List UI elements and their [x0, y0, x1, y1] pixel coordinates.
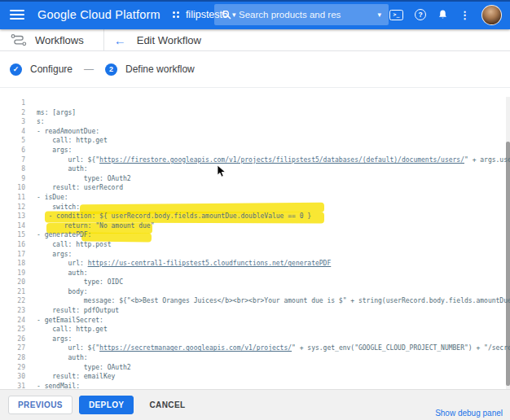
line-number: 1	[0, 98, 25, 108]
line-number: 26	[0, 335, 25, 344]
code-line[interactable]: 3s:	[0, 117, 510, 127]
step-separator: —	[84, 63, 94, 75]
back-arrow-icon[interactable]: ←	[114, 34, 126, 46]
line-number: 21	[0, 287, 25, 297]
code-text: - getEmailSecret:	[25, 316, 103, 326]
cloud-shell-icon[interactable]: >_	[389, 10, 403, 20]
line-number: 17	[0, 250, 25, 260]
code-line[interactable]: 31- sendMail:	[0, 382, 510, 389]
code-editor[interactable]: 12ms: [args]3s:4- readAmountDue:5 call: …	[0, 89, 510, 389]
app-bar-actions: >_ ? ⋮	[389, 0, 502, 29]
code-link: https://secretmanager.googleapis.com/v1/…	[99, 344, 292, 352]
code-line[interactable]: 13 - condition: ${ userRecord.body.field…	[0, 212, 510, 221]
code-line[interactable]: 21 body:	[0, 287, 510, 297]
code-line[interactable]: 14 return: "No amount due"	[0, 221, 510, 231]
code-text: body:	[25, 287, 88, 297]
page-title: Edit Workflow	[137, 34, 201, 46]
code-line[interactable]: 19 auth:	[0, 269, 510, 278]
code-text: - sendMail:	[25, 382, 80, 389]
code-line[interactable]: 30 result: emailKey	[0, 372, 510, 382]
line-number: 27	[0, 343, 25, 353]
code-line[interactable]: 16 call: http.post	[0, 240, 510, 250]
line-number: 18	[0, 259, 25, 269]
line-number: 28	[0, 353, 25, 363]
code-line[interactable]: 15- generatePDF:	[0, 230, 510, 240]
deploy-button[interactable]: DEPLOY	[79, 396, 134, 414]
code-line[interactable]: 4- readAmountDue:	[0, 127, 510, 137]
code-text: - readAmountDue:	[25, 127, 99, 137]
code-text: auth:	[25, 353, 88, 363]
search-bar[interactable]: Search products and res ▾	[214, 4, 389, 25]
line-number: 25	[0, 325, 25, 335]
app-bar: Google Cloud Platform filipstest5 ▾ Sear…	[0, 0, 510, 29]
code-line[interactable]: 7 url: ${"https://firestore.googleapis.c…	[0, 155, 510, 165]
code-line[interactable]: 22 message: ${"<b>Best Oranges Juices</b…	[0, 296, 510, 306]
code-text: result: emailKey	[25, 372, 115, 382]
code-lines: 12ms: [args]3s:4- readAmountDue:5 call: …	[0, 98, 510, 389]
project-icon	[171, 10, 181, 20]
line-number: 9	[0, 174, 25, 184]
code-line[interactable]: 11- isDue:	[0, 193, 510, 203]
code-line[interactable]: 20 type: OIDC	[0, 278, 510, 287]
app-title[interactable]: Google Cloud Platform	[37, 8, 160, 21]
user-avatar[interactable]	[481, 5, 502, 25]
code-line[interactable]: 18 url: https://us-central1-filipstest5.…	[0, 259, 510, 269]
code-line[interactable]: 28 auth:	[0, 353, 510, 363]
help-icon[interactable]: ?	[415, 9, 426, 20]
check-icon: ✓	[10, 63, 22, 76]
line-number: 15	[0, 230, 25, 240]
code-line[interactable]: 27 url: ${"https://secretmanager.googlea…	[0, 343, 510, 353]
line-number: 14	[0, 221, 25, 231]
code-text: - condition: ${ userRecord.body.fields.a…	[25, 212, 311, 221]
code-text: ms: [args]	[25, 108, 76, 118]
code-text: result: userRecord	[25, 183, 123, 193]
line-number: 31	[0, 382, 25, 389]
line-number: 24	[0, 316, 25, 326]
toolbar-divider	[103, 29, 104, 50]
line-number: 16	[0, 240, 25, 250]
code-line[interactable]: 26 args:	[0, 335, 510, 344]
code-line[interactable]: 23 result: pdfOutput	[0, 306, 510, 316]
code-line[interactable]: 5 call: http.get	[0, 136, 510, 146]
code-text: auth:	[25, 269, 88, 278]
more-options-icon[interactable]: ⋮	[459, 9, 470, 21]
hamburger-menu-icon[interactable]	[10, 10, 24, 20]
step-define-workflow-label: Define workflow	[125, 63, 195, 75]
step-configure[interactable]: ✓ Configure	[10, 63, 73, 76]
workflows-label[interactable]: Workflows	[35, 34, 84, 46]
line-number: 7	[0, 155, 25, 165]
code-text: url: https://us-central1-filipstest5.clo…	[25, 259, 331, 269]
code-line[interactable]: 1	[0, 98, 510, 108]
search-chevron-down-icon[interactable]: ▾	[377, 11, 381, 19]
code-line[interactable]: 12 switch:	[0, 203, 510, 212]
workflows-toolbar: Workflows ← Edit Workflow	[0, 29, 510, 51]
step-define-workflow[interactable]: 2 Define workflow	[105, 63, 195, 76]
search-placeholder: Search products and res	[239, 10, 341, 20]
line-number: 13	[0, 212, 25, 221]
previous-button[interactable]: PREVIOUS	[8, 396, 73, 414]
stepper: ✓ Configure — 2 Define workflow	[0, 51, 510, 88]
code-line[interactable]: 8 auth:	[0, 164, 510, 174]
line-number: 6	[0, 146, 25, 155]
code-line[interactable]: 2ms: [args]	[0, 108, 510, 118]
code-line[interactable]: 29 type: OAuth2	[0, 363, 510, 373]
code-line[interactable]: 6 args:	[0, 146, 510, 155]
search-icon	[222, 10, 231, 20]
code-text: message: ${"<b>Best Oranges Juices</b><b…	[25, 296, 510, 306]
code-text: args:	[25, 335, 72, 344]
code-text: switch:	[25, 203, 80, 212]
notifications-bell-icon[interactable]	[437, 9, 448, 20]
code-line[interactable]: 10 result: userRecord	[0, 183, 510, 193]
show-debug-panel-link[interactable]: Show debug panel	[435, 409, 503, 418]
code-line[interactable]: 9 type: OAuth2	[0, 174, 510, 184]
line-number: 5	[0, 136, 25, 146]
cancel-button[interactable]: CANCEL	[140, 396, 194, 413]
step-configure-label: Configure	[30, 63, 73, 75]
code-text	[25, 98, 37, 108]
code-line[interactable]: 25 call: http.get	[0, 325, 510, 335]
line-number: 8	[0, 164, 25, 174]
code-line[interactable]: 24- getEmailSecret:	[0, 316, 510, 326]
code-text: s:	[25, 117, 45, 127]
line-number: 4	[0, 127, 25, 137]
code-line[interactable]: 17 args:	[0, 250, 510, 260]
